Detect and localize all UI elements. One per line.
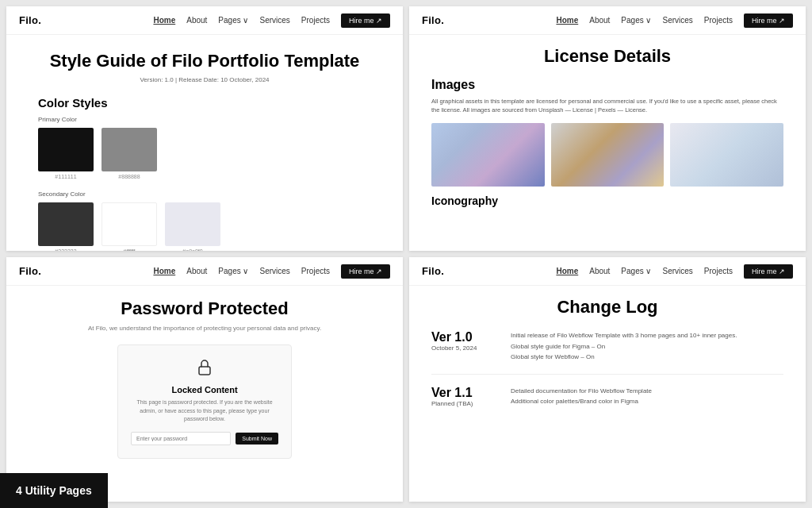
nav-1: Filo. Home About Pages ∨ Services Projec… [6, 6, 403, 35]
utility-pages-label: 4 Utility Pages [16, 484, 92, 497]
locked-description: This page is password protected. If you … [131, 398, 278, 424]
nav-projects-3[interactable]: Projects [301, 267, 330, 275]
nav-services-4[interactable]: Services [663, 267, 693, 275]
locked-box: Locked Content This page is password pro… [117, 344, 292, 459]
changelog-item-1-1: Initial release of Filo Webflow Template… [511, 330, 737, 341]
nav-cta-1[interactable]: Hire me ↗ [341, 13, 390, 28]
color-styles-heading: Color Styles [38, 96, 371, 110]
panel-style-guide: Filo. Home About Pages ∨ Services Projec… [6, 6, 403, 251]
changelog-divider [431, 374, 783, 375]
nav-logo-2: Filo. [422, 14, 444, 26]
changelog-item-1-2: Global style guide for Figma – On [511, 341, 737, 352]
locked-title: Locked Content [131, 385, 278, 394]
nav-cta-4[interactable]: Hire me ↗ [744, 264, 793, 279]
version-1-block: Ver 1.0 October 5, 2024 [431, 330, 495, 352]
nav-links-2: Home About Pages ∨ Services Projects [556, 16, 733, 25]
nav-services-1[interactable]: Services [260, 16, 290, 25]
nav-cta-3[interactable]: Hire me ↗ [341, 264, 390, 279]
panel-license: Filo. Home About Pages ∨ Services Projec… [409, 6, 806, 251]
swatch-secondary-3: #e8e8f0 [165, 202, 220, 251]
nav-services-3[interactable]: Services [260, 267, 290, 275]
nav-links-4: Home About Pages ∨ Services Projects [556, 267, 733, 275]
version-2-block: Ver 1.1 Planned (TBA) [431, 386, 495, 407]
swatch-primary-1: #111111 [38, 128, 94, 179]
swatch-secondary-2: #ffffff [102, 202, 157, 251]
utility-pages-badge: 4 Utility Pages [0, 473, 108, 508]
nav-projects-1[interactable]: Projects [301, 16, 330, 25]
swatch-dark-label: #333333 [38, 248, 94, 251]
panel-changelog: Filo. Home About Pages ∨ Services Projec… [409, 257, 806, 502]
nav-about-1[interactable]: About [186, 16, 207, 25]
swatch-black-label: #111111 [38, 174, 94, 179]
license-image-grid [431, 123, 783, 187]
changelog-item-2-2: Additional color palettes/Brand color in… [511, 396, 652, 407]
images-section-title: Images [431, 78, 783, 92]
changelog-item-2-1: Detailed documentation for Filo Webflow … [511, 386, 652, 397]
license-content: License Details Images All graphical ass… [409, 35, 806, 218]
swatch-white [102, 202, 157, 246]
nav-pages-4[interactable]: Pages ∨ [621, 267, 651, 275]
nav-3: Filo. Home About Pages ∨ Services Projec… [6, 257, 403, 286]
password-subtitle: At Filo, we understand the importance of… [38, 324, 371, 333]
swatch-light-label: #e8e8f0 [165, 248, 220, 251]
changelog-items-1: Initial release of Filo Webflow Template… [511, 330, 737, 363]
swatch-primary-2: #888888 [102, 128, 157, 179]
license-image-3 [670, 123, 783, 187]
panel-password: Filo. Home About Pages ∨ Services Projec… [6, 257, 403, 502]
nav-home-3[interactable]: Home [153, 267, 175, 275]
images-description: All graphical assets in this template ar… [431, 97, 783, 115]
nav-cta-2[interactable]: Hire me ↗ [744, 13, 793, 28]
changelog-entry-2: Ver 1.1 Planned (TBA) Detailed documenta… [431, 386, 783, 407]
nav-projects-2[interactable]: Projects [704, 16, 733, 25]
version-1-number: Ver 1.0 [431, 330, 495, 344]
nav-logo-3: Filo. [19, 265, 41, 277]
nav-home-2[interactable]: Home [556, 16, 578, 25]
primary-swatches: #111111 #888888 [38, 128, 371, 179]
password-title: Password Protected [38, 298, 371, 319]
swatch-white-label: #ffffff [102, 248, 157, 251]
changelog-entry-1: Ver 1.0 October 5, 2024 Initial release … [431, 330, 783, 363]
secondary-color-label: Secondary Color [38, 190, 371, 198]
primary-color-label: Primary Color [38, 116, 371, 123]
swatch-dark [38, 202, 94, 246]
style-guide-version: Version: 1.0 | Release Date: 10 October,… [38, 76, 371, 83]
nav-logo-1: Filo. [19, 14, 41, 26]
license-image-2 [551, 123, 665, 187]
swatch-gray [102, 128, 157, 171]
password-input-field[interactable] [131, 432, 231, 445]
version-1-date: October 5, 2024 [431, 344, 495, 352]
style-guide-content: Style Guide of Filo Portfolio Template V… [6, 35, 403, 251]
nav-services-2[interactable]: Services [663, 16, 693, 25]
nav-logo-4: Filo. [422, 265, 444, 277]
svg-rect-0 [199, 367, 210, 375]
password-input-row: Submit Now [131, 432, 278, 445]
version-2-date: Planned (TBA) [431, 400, 495, 407]
nav-home-4[interactable]: Home [556, 267, 578, 275]
nav-home-1[interactable]: Home [153, 16, 175, 25]
nav-links-3: Home About Pages ∨ Services Projects [153, 267, 330, 275]
nav-4: Filo. Home About Pages ∨ Services Projec… [409, 257, 806, 286]
nav-pages-1[interactable]: Pages ∨ [218, 16, 248, 25]
password-content: Password Protected At Filo, we understan… [6, 286, 403, 471]
nav-about-3[interactable]: About [186, 267, 207, 275]
changelog-title: Change Log [431, 297, 783, 318]
nav-projects-4[interactable]: Projects [704, 267, 733, 275]
iconography-title: Iconography [431, 194, 783, 207]
secondary-color-section: Secondary Color #333333 #ffffff #e8e8f0 [38, 190, 371, 251]
version-2-number: Ver 1.1 [431, 386, 495, 400]
secondary-swatches: #333333 #ffffff #e8e8f0 [38, 202, 371, 251]
changelog-content: Change Log Ver 1.0 October 5, 2024 Initi… [409, 286, 806, 429]
style-guide-title: Style Guide of Filo Portfolio Template [38, 51, 371, 71]
nav-about-2[interactable]: About [589, 16, 610, 25]
changelog-item-1-3: Global style for Webflow – On [511, 352, 737, 363]
submit-button[interactable]: Submit Now [236, 433, 278, 444]
nav-pages-3[interactable]: Pages ∨ [218, 267, 248, 275]
nav-2: Filo. Home About Pages ∨ Services Projec… [409, 6, 806, 35]
nav-pages-2[interactable]: Pages ∨ [621, 16, 651, 25]
swatch-light [165, 202, 220, 246]
nav-about-4[interactable]: About [589, 267, 610, 275]
swatch-black [38, 128, 94, 171]
swatch-secondary-1: #333333 [38, 202, 94, 251]
swatch-gray-label: #888888 [102, 174, 157, 179]
license-image-1 [431, 123, 545, 187]
